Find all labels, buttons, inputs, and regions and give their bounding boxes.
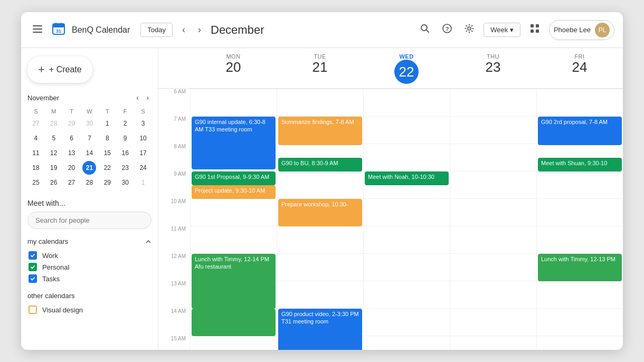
event-g90-1st-proposal[interactable]: G90 1st Proposal, 9-9:30 AM: [192, 172, 276, 185]
mini-day[interactable]: 30: [118, 176, 132, 189]
cell-tue-8am[interactable]: G90 to BU, 8:30-9 AM: [277, 144, 363, 171]
event-g90-2rd-proposal[interactable]: G90 2rd proposal, 7-8 AM: [538, 117, 622, 145]
search-people-input[interactable]: [27, 212, 151, 229]
calendar-item-tasks[interactable]: Tasks: [27, 273, 151, 284]
mini-day[interactable]: 18: [29, 161, 43, 175]
event-g90-to-bu[interactable]: G90 to BU, 8:30-9 AM: [278, 158, 362, 172]
mini-day[interactable]: 20: [65, 161, 79, 175]
mini-day[interactable]: 16: [118, 146, 132, 160]
cell-thu-8am[interactable]: [450, 144, 536, 171]
cell-fri-14am[interactable]: [536, 308, 623, 336]
event-project-update[interactable]: Project update, 9:30-10 AM: [192, 185, 276, 199]
cell-thu-6am[interactable]: [450, 89, 536, 116]
mini-day[interactable]: 4: [29, 131, 43, 145]
calendar-item-work[interactable]: Work: [27, 250, 151, 261]
search-button[interactable]: [417, 21, 433, 39]
next-button[interactable]: ›: [195, 22, 204, 37]
cell-fri-11am[interactable]: [536, 226, 623, 253]
cell-fri-13am[interactable]: [536, 281, 623, 308]
cell-fri-15am[interactable]: [536, 336, 623, 350]
other-calendars-header[interactable]: other calendars: [27, 292, 151, 300]
prev-button[interactable]: ‹: [179, 22, 188, 37]
cell-tue-10am[interactable]: Prepare workshop, 10:30-: [277, 198, 363, 226]
work-checkbox[interactable]: [29, 251, 37, 260]
cell-thu-13am[interactable]: [450, 281, 536, 308]
tasks-checkbox[interactable]: [29, 274, 37, 283]
mini-day[interactable]: 6: [65, 131, 79, 145]
cell-tue-11am[interactable]: [277, 226, 363, 253]
event-prepare-workshop[interactable]: Prepare workshop, 10:30-: [278, 199, 362, 226]
day-header-mon[interactable]: MON 20: [190, 48, 277, 88]
cell-thu-10am[interactable]: [450, 198, 536, 226]
cell-fri-8am[interactable]: Meet with Shuan, 9:30-10: [536, 144, 623, 171]
cell-tue-9am[interactable]: [277, 171, 363, 198]
cell-mon-14am[interactable]: [190, 308, 277, 336]
cell-wed-6am[interactable]: [363, 89, 450, 116]
calendar-item-visual-design[interactable]: Visual design: [27, 304, 151, 316]
event-lunch-timmy-mon[interactable]: Lunch with Timmy, 12-14 PM Afu restauran…: [192, 254, 276, 309]
cell-thu-12am[interactable]: [450, 253, 536, 281]
mini-day[interactable]: 9: [118, 131, 132, 145]
cell-fri-7am[interactable]: G90 2rd proposal, 7-8 AM: [536, 116, 623, 144]
settings-button[interactable]: [461, 21, 477, 39]
cell-mon-7am[interactable]: G90 internal update, 6:30-8 AM T33 meeti…: [190, 116, 277, 144]
mini-day[interactable]: 27: [29, 117, 43, 130]
mini-day[interactable]: 7: [82, 131, 96, 145]
mini-day[interactable]: 28: [47, 117, 61, 130]
mini-day[interactable]: 5: [47, 131, 61, 145]
help-button[interactable]: ?: [439, 21, 455, 39]
event-g90-product-video[interactable]: G90 product video, 2-3:30 PM T31 meeting…: [278, 309, 362, 350]
visual-design-checkbox[interactable]: [29, 306, 37, 314]
cell-fri-10am[interactable]: [536, 198, 623, 226]
cell-mon-6am[interactable]: [190, 89, 277, 116]
mini-day-today[interactable]: 21: [82, 161, 96, 175]
cell-mon-15am[interactable]: [190, 336, 277, 350]
cell-thu-7am[interactable]: [450, 116, 536, 144]
cell-mon-10am[interactable]: [190, 198, 277, 226]
my-calendars-header[interactable]: my calendars: [27, 237, 151, 245]
day-header-tue[interactable]: TUE 21: [277, 48, 363, 88]
cell-wed-14am[interactable]: [363, 308, 450, 336]
menu-button[interactable]: [30, 21, 45, 39]
mini-day[interactable]: 2: [118, 117, 132, 130]
mini-cal-next[interactable]: ›: [144, 92, 151, 103]
mini-day[interactable]: 8: [100, 131, 114, 145]
cell-tue-12am[interactable]: [277, 253, 363, 281]
cell-wed-10am[interactable]: [363, 198, 450, 226]
day-header-wed[interactable]: WED 22: [363, 48, 450, 88]
cell-fri-6am[interactable]: [536, 89, 623, 116]
day-header-fri[interactable]: FRI 24: [536, 48, 623, 88]
mini-day[interactable]: 28: [82, 176, 96, 189]
mini-day[interactable]: 14: [82, 146, 96, 160]
mini-day[interactable]: 1: [100, 117, 114, 130]
mini-day[interactable]: 29: [100, 176, 114, 189]
cell-wed-9am[interactable]: Meet with Noah, 10-10:30: [363, 171, 450, 198]
cell-mon-11am[interactable]: [190, 226, 277, 253]
mini-day[interactable]: 29: [65, 117, 79, 130]
cell-thu-11am[interactable]: [450, 226, 536, 253]
cell-wed-7am[interactable]: [363, 116, 450, 144]
mini-day[interactable]: 24: [136, 161, 150, 175]
mini-day[interactable]: 1: [136, 176, 150, 189]
mini-day[interactable]: 11: [29, 146, 43, 160]
create-button[interactable]: + + Create: [27, 56, 92, 83]
mini-day[interactable]: 22: [100, 161, 114, 175]
cell-wed-15am[interactable]: Prepare presentation, 3:30: [363, 336, 450, 350]
cell-tue-7am[interactable]: Summarize findings, 7-8 AM: [277, 116, 363, 144]
mini-cal-prev[interactable]: ‹: [134, 92, 141, 103]
personal-checkbox[interactable]: [29, 263, 37, 271]
event-meet-shuan[interactable]: Meet with Shuan, 9:30-10: [538, 158, 622, 172]
mini-day[interactable]: 3: [136, 117, 150, 130]
mini-day[interactable]: 12: [47, 146, 61, 160]
cell-thu-9am[interactable]: [450, 171, 536, 198]
event-meet-noah[interactable]: Meet with Noah, 10-10:30: [365, 172, 449, 185]
cell-wed-13am[interactable]: [363, 281, 450, 308]
event-green-block-mon[interactable]: [192, 309, 276, 336]
apps-grid-button[interactable]: [527, 21, 543, 39]
cell-tue-14am[interactable]: G90 product video, 2-3:30 PM T31 meeting…: [277, 308, 363, 336]
cell-tue-13am[interactable]: [277, 281, 363, 308]
cell-fri-9am[interactable]: [536, 171, 623, 198]
view-selector[interactable]: Week ▾: [484, 23, 520, 37]
calendar-item-personal[interactable]: Personal: [27, 261, 151, 273]
cell-fri-12am[interactable]: Lunch with Timmy, 12-13 PM: [536, 253, 623, 281]
